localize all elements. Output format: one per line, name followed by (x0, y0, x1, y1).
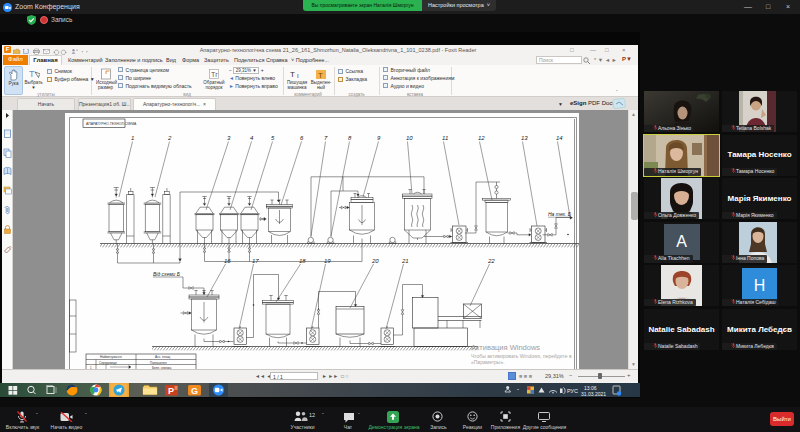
svg-text:9: 9 (377, 135, 381, 141)
svg-text:T: T (29, 69, 35, 79)
svg-text:19: 19 (324, 258, 331, 264)
svg-text:T: T (290, 70, 295, 79)
svg-text:20: 20 (371, 258, 379, 264)
svg-text:11: 11 (442, 135, 448, 141)
svg-text:I: I (297, 73, 299, 79)
svg-text:РУС: РУС (567, 388, 578, 394)
svg-text:7: 7 (324, 135, 328, 141)
svg-text:5: 5 (271, 135, 275, 141)
svg-text:8: 8 (348, 135, 352, 141)
svg-text:G: G (191, 386, 198, 396)
svg-text:3: 3 (227, 135, 231, 141)
svg-text:АПАРАТУРНО-ТЕХНОЛ.СХЕМА: АПАРАТУРНО-ТЕХНОЛ.СХЕМА (86, 122, 137, 126)
svg-text:21: 21 (401, 258, 409, 264)
svg-text:14: 14 (556, 135, 563, 141)
svg-text:Від схеми Б: Від схеми Б (153, 271, 181, 277)
svg-text:Активация Windows: Активация Windows (471, 343, 540, 352)
svg-text:Середовище: Середовище (99, 361, 117, 365)
svg-text:16: 16 (224, 258, 231, 264)
svg-text:На тех. Б: На тех. Б (548, 211, 572, 217)
svg-text:ˆ: ˆ (517, 388, 519, 394)
svg-text:13: 13 (521, 135, 528, 141)
svg-text:Позначення: Позначення (150, 361, 167, 365)
svg-text:6: 6 (300, 135, 304, 141)
svg-text:«Параметры».: «Параметры». (471, 359, 505, 365)
svg-text:1: 1 (131, 135, 134, 141)
svg-text:2: 2 (167, 135, 172, 141)
svg-text:Тг: Тг (211, 71, 218, 78)
svg-text:T: T (318, 71, 323, 80)
svg-text:P: P (168, 386, 174, 396)
svg-text:Найменування: Найменування (100, 355, 122, 359)
svg-text:17: 17 (252, 258, 259, 264)
svg-text:22: 22 (487, 258, 495, 264)
svg-text:12: 12 (478, 135, 485, 141)
svg-text:31.03.2021: 31.03.2021 (581, 391, 606, 397)
svg-text:Чтобы активировать Windows, пе: Чтобы активировать Windows, перейдите в (471, 353, 572, 359)
svg-text:4: 4 (250, 135, 254, 141)
svg-text:18: 18 (299, 258, 306, 264)
svg-text:Асс. плащ: Асс. плащ (155, 355, 170, 359)
svg-text:10: 10 (406, 135, 413, 141)
